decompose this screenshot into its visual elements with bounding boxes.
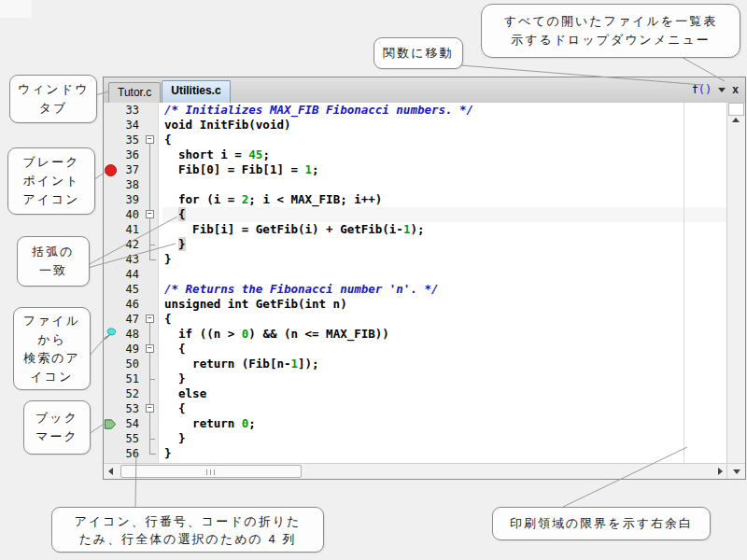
gutter-row[interactable]: 48 [104,327,158,342]
close-icon[interactable]: x [732,84,739,95]
fold-column-cell[interactable] [143,252,158,267]
code-pane[interactable]: /* Initializes MAX_FIB Fibonacci numbers… [162,103,726,464]
code-line[interactable]: if ((n > 0) && (n <= MAX_FIB)) [162,327,726,342]
fold-column-cell[interactable]: − [143,207,158,222]
horizontal-scrollbar-thumb[interactable] [120,465,302,478]
open-files-dropdown-icon[interactable] [718,88,726,92]
icon-column-cell[interactable] [104,357,117,371]
icon-column-cell[interactable] [104,162,117,177]
fold-column-cell[interactable] [143,282,158,297]
gutter-row[interactable]: 46 [104,297,158,312]
scroll-left-button[interactable] [104,464,117,479]
gutter-row[interactable]: 34 [104,118,158,133]
fold-column-cell[interactable] [143,192,158,207]
icon-column-cell[interactable] [104,207,117,222]
gutter-row[interactable]: 49− [104,342,158,357]
code-line[interactable]: short i = 45; [162,147,726,162]
icon-column-cell[interactable] [104,103,117,118]
fold-column-cell[interactable] [143,237,158,252]
bookmark-icon[interactable] [104,418,117,430]
code-line[interactable]: { [162,133,726,147]
scrollbar-corner[interactable] [726,464,745,479]
fold-column-cell[interactable]: − [143,133,158,147]
code-line[interactable]: /* Initializes MAX_FIB Fibonacci numbers… [162,103,726,118]
gutter-row[interactable]: 33 [104,103,158,118]
code-line[interactable]: unsigned int GetFib(int n) [162,297,726,312]
code-line[interactable]: { [162,207,726,222]
gutter-row[interactable]: 51 [104,371,158,386]
gutter-row[interactable]: 56 [104,446,158,461]
icon-column-cell[interactable] [104,252,117,267]
gutter-row[interactable]: 35− [104,133,158,147]
code-line[interactable]: } [162,237,726,252]
code-line[interactable]: } [162,252,726,267]
fold-column-cell[interactable] [143,327,158,342]
fold-column-cell[interactable] [143,386,158,401]
code-line[interactable]: { [162,312,726,327]
code-fold-toggle-icon[interactable]: − [146,344,154,353]
code-line[interactable]: void InitFib(void) [162,118,726,133]
fold-column-cell[interactable] [143,118,158,133]
code-line[interactable]: for (i = 2; i < MAX_FIB; i++) [162,192,726,207]
goto-function-button[interactable]: f() [692,83,712,96]
gutter-row[interactable]: 54 [104,416,158,431]
fold-column-cell[interactable] [143,147,158,162]
icon-column-cell[interactable] [104,416,117,431]
gutter-row[interactable]: 55 [104,431,158,446]
icon-column-cell[interactable] [104,133,117,147]
icon-column-cell[interactable] [104,431,117,446]
code-fold-toggle-icon[interactable]: − [146,404,154,413]
code-line[interactable]: /* Returns the Fibonacci number 'n'. */ [162,282,726,297]
code-line[interactable]: } [162,371,726,386]
code-line[interactable]: Fib[0] = Fib[1] = 1; [162,162,726,177]
gutter-row[interactable]: 40− [104,207,158,222]
icon-column-cell[interactable] [104,222,117,237]
gutter-row[interactable]: 36 [104,147,158,162]
code-line[interactable]: { [162,401,726,416]
vertical-scrollbar-thumb[interactable] [728,103,744,116]
fold-column-cell[interactable]: − [143,401,158,416]
fold-column-cell[interactable] [143,446,158,461]
gutter-row[interactable]: 43 [104,252,158,267]
gutter-row[interactable]: 39 [104,192,158,207]
code-line[interactable]: return (Fib[n-1]); [162,357,726,371]
gutter-row[interactable]: 37 [104,162,158,177]
breakpoint-icon[interactable] [105,164,117,176]
horizontal-scrollbar-track[interactable] [117,464,713,479]
code-line[interactable] [162,267,726,282]
gutter-row[interactable]: 52 [104,386,158,401]
vertical-scrollbar[interactable] [726,103,745,464]
code-line[interactable]: } [162,446,726,461]
icon-column-cell[interactable] [104,401,117,416]
fold-column-cell[interactable] [143,222,158,237]
icon-column-cell[interactable] [104,312,117,327]
icon-column-cell[interactable] [104,282,117,297]
fold-column-cell[interactable] [143,267,158,282]
gutter-row[interactable]: 45 [104,282,158,297]
scroll-up-icon[interactable] [732,118,740,122]
find-in-files-icon[interactable] [104,328,117,341]
code-fold-toggle-icon[interactable]: − [146,135,154,144]
icon-column-cell[interactable] [104,267,117,282]
fold-column-cell[interactable] [143,162,158,177]
gutter-row[interactable]: 38 [104,177,158,192]
gutter-row[interactable]: 53− [104,401,158,416]
gutter-row[interactable]: 44 [104,267,158,282]
icon-column-cell[interactable] [104,177,117,192]
code-line[interactable]: { [162,342,726,357]
fold-column-cell[interactable] [143,103,158,118]
fold-column-cell[interactable] [143,416,158,431]
code-fold-toggle-icon[interactable]: − [146,210,154,218]
icon-column-cell[interactable] [104,342,117,357]
gutter-row[interactable]: 47− [104,312,158,327]
icon-column-cell[interactable] [104,118,117,133]
code-fold-toggle-icon[interactable]: − [146,315,154,323]
fold-column-cell[interactable]: − [143,342,158,357]
icon-column-cell[interactable] [104,446,117,461]
tab-tutor-c[interactable]: Tutor.c [108,82,161,103]
icon-column-cell[interactable] [104,327,117,342]
fold-column-cell[interactable] [143,297,158,312]
code-line[interactable]: } [162,431,726,446]
code-line[interactable]: else [162,386,726,401]
fold-column-cell[interactable]: − [143,312,158,327]
